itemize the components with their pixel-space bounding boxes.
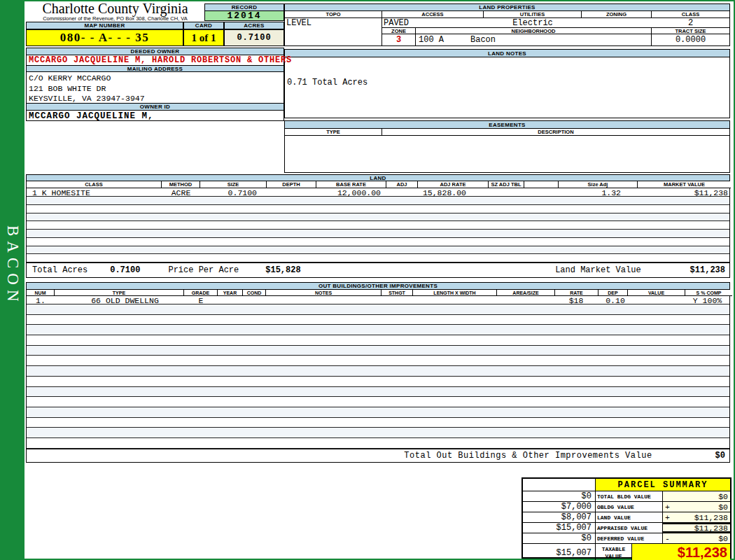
empty-row bbox=[27, 315, 729, 326]
ps-prior-value: $7,000 bbox=[523, 502, 596, 512]
empty-row bbox=[27, 377, 729, 387]
ps-operator: + bbox=[663, 513, 673, 522]
land-col-class: CLASS bbox=[27, 181, 162, 188]
ps-taxable-value: $11,238 bbox=[632, 544, 730, 560]
deeded-owner-value: MCCARGO JACQUELINE M, HAROLD ROBERTSON &… bbox=[26, 55, 460, 65]
map-number-label: MAP NUMBER bbox=[26, 22, 183, 29]
ps-value: $0 bbox=[673, 534, 730, 543]
easements-title: EASEMENTS bbox=[285, 121, 729, 129]
acres-label: ACRES bbox=[224, 22, 284, 29]
land-table-title: LAND bbox=[27, 174, 729, 181]
class-header: CLASS bbox=[652, 11, 729, 18]
ps-prior-value: $0 bbox=[523, 533, 596, 543]
empty-row bbox=[27, 418, 729, 428]
land-col-adj-rate: ADJ RATE bbox=[418, 181, 489, 188]
out-buildings-header-row: NUM TYPE GRADE YEAR COND NOTES STHGT LEN… bbox=[27, 290, 729, 296]
empty-row bbox=[27, 254, 729, 262]
land-properties-title: LAND PROPERTIES bbox=[285, 4, 729, 11]
class-value: 2 bbox=[652, 18, 729, 27]
address-line: C/O KERRY MCCARGO bbox=[29, 74, 284, 84]
ob-cell-pct-comp: Y 100% bbox=[685, 296, 732, 305]
land-cell-class: 1 K HOMESITE bbox=[27, 188, 162, 197]
land-col-size: SIZE bbox=[200, 181, 267, 188]
empty-row bbox=[27, 238, 729, 246]
ob-cell-grade: E bbox=[184, 296, 218, 305]
zone-value: 3 bbox=[382, 34, 416, 46]
ob-col-year: YEAR bbox=[218, 290, 243, 296]
ps-row-land-value: $8,007 LAND VALUE +$11,238 bbox=[523, 512, 730, 522]
ps-value: $0 bbox=[673, 503, 730, 512]
card-label: CARD bbox=[183, 22, 224, 29]
land-notes-text: 0.71 Total Acres bbox=[287, 78, 368, 88]
ps-prior-value: $0 bbox=[523, 491, 596, 501]
ob-cell-dep: 0.10 bbox=[598, 296, 628, 305]
land-col-size-adj: Size Adj bbox=[559, 181, 638, 188]
ob-col-grade: GRADE bbox=[184, 290, 218, 296]
land-cell-depth bbox=[267, 188, 316, 197]
ps-label: APPRAISED VALUE bbox=[596, 523, 663, 533]
zone-header: ZONE bbox=[382, 27, 416, 34]
tract-size-value: 0.0000 bbox=[652, 34, 729, 46]
ps-header-blank bbox=[523, 479, 596, 491]
ps-operator: - bbox=[663, 534, 673, 543]
ob-cell-area-size bbox=[497, 296, 555, 305]
land-col-depth: DEPTH bbox=[267, 181, 316, 188]
land-table-section: LAND CLASS METHOD SIZE DEPTH BASE RATE A… bbox=[26, 174, 730, 278]
empty-row bbox=[27, 346, 729, 356]
owner-id-value: MCCARGO JACQUELINE M, bbox=[26, 111, 284, 121]
ob-col-sthgt: STHGT bbox=[382, 290, 413, 296]
ps-label: DEFERRED VALUE bbox=[596, 533, 663, 543]
empty-row bbox=[27, 387, 729, 398]
ps-row-obldg: $7,000 OBLDG VALUE +$0 bbox=[523, 501, 730, 512]
county-sidebar-stripe: BACON bbox=[0, 196, 24, 336]
access-header: ACCESS bbox=[382, 11, 484, 18]
land-cell-blank bbox=[524, 188, 559, 197]
empty-row bbox=[27, 356, 729, 366]
parcel-summary: PARCEL SUMMARY $0 TOTAL BLDG VALUE $0 $7… bbox=[522, 477, 732, 559]
ob-col-pct-comp: S % COMP bbox=[685, 290, 732, 296]
sidebar-vertical-label: BACON bbox=[4, 225, 22, 307]
land-col-market-value: MARKET VALUE bbox=[638, 181, 731, 188]
utilities-header: UTILITIES bbox=[484, 11, 582, 18]
land-market-value: $11,238 bbox=[690, 265, 725, 275]
land-cell-adj-rate: 15,828.00 bbox=[418, 188, 489, 197]
ps-value: $0 bbox=[673, 492, 730, 501]
land-cell-base-rate: 12,000.00 bbox=[316, 188, 386, 197]
ob-cell-length-width bbox=[413, 296, 497, 305]
ob-cell-year bbox=[218, 296, 243, 305]
land-cell-method: ACRE bbox=[162, 188, 200, 197]
parcel-summary-title: PARCEL SUMMARY bbox=[596, 479, 730, 491]
empty-row bbox=[27, 325, 729, 335]
ps-operator: + bbox=[663, 503, 673, 512]
ps-row-deferred: $0 DEFERRED VALUE -$0 bbox=[523, 533, 730, 543]
land-table-header-row: CLASS METHOD SIZE DEPTH BASE RATE ADJ AD… bbox=[27, 181, 729, 188]
zoning-value bbox=[582, 18, 652, 27]
ob-col-type: TYPE bbox=[55, 290, 184, 296]
empty-row bbox=[27, 205, 729, 214]
ob-col-cond: COND bbox=[243, 290, 266, 296]
empty-row bbox=[27, 214, 729, 222]
ps-taxable-label: TAXABLE VALUE bbox=[596, 544, 632, 560]
easement-description-header: DESCRIPTION bbox=[382, 129, 729, 136]
out-buildings-empty-rows bbox=[27, 304, 729, 449]
empty-row bbox=[27, 438, 729, 449]
ob-cell-notes bbox=[266, 296, 382, 305]
price-per-acre-label: Price Per Acre bbox=[168, 265, 239, 275]
empty-row bbox=[27, 221, 729, 230]
ob-cell-rate: $18 bbox=[555, 296, 598, 305]
total-acres-label: Total Acres bbox=[32, 265, 88, 275]
empty-row bbox=[27, 197, 729, 205]
topo-value: LEVEL bbox=[285, 18, 382, 46]
ob-cell-num: 1. bbox=[27, 296, 55, 305]
easement-type-header: TYPE bbox=[285, 129, 382, 136]
empty-row bbox=[27, 397, 729, 407]
ob-col-area-size: AREA/SIZE bbox=[497, 290, 555, 296]
ps-row-taxable: $15,007 TAXABLE VALUE $11,238 bbox=[523, 543, 730, 560]
record-value: 12014 bbox=[204, 11, 284, 21]
empty-row bbox=[27, 304, 729, 315]
empty-row bbox=[27, 246, 729, 255]
ob-cell-sthgt bbox=[382, 296, 413, 305]
out-buildings-row: 1. 66 OLD DWELLNG E $18 0.10 Y 100% bbox=[27, 296, 729, 304]
county-title: Charlotte County Virginia bbox=[26, 1, 204, 15]
ps-label: TOTAL BLDG VALUE bbox=[596, 491, 663, 501]
